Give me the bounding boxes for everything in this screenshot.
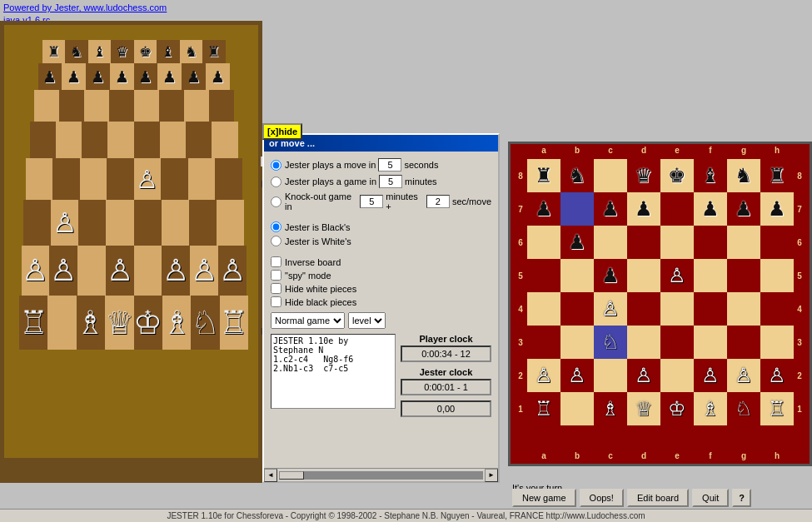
chess-cell-2-2[interactable] xyxy=(594,226,627,259)
board3d-cell-0-5[interactable]: ♝ xyxy=(157,40,180,63)
chess-cell-1-1[interactable] xyxy=(560,192,594,226)
new-game-button[interactable]: New game xyxy=(512,489,576,507)
board3d-cell-1-3[interactable]: ♟ xyxy=(110,63,134,90)
xhide-button[interactable]: [x]hide xyxy=(262,123,302,140)
chess-cell-7-5[interactable]: ♗ xyxy=(694,392,727,425)
board3d-cell-3-6[interactable] xyxy=(186,122,212,158)
scroll-thumb[interactable] xyxy=(279,471,304,480)
chess-cell-7-0[interactable]: ♖ xyxy=(527,392,560,425)
board3d-cell-2-5[interactable] xyxy=(159,90,184,122)
radio-white-input[interactable] xyxy=(271,236,281,246)
radio-black[interactable]: Jester is Black's xyxy=(271,221,491,232)
board3d-cell-1-0[interactable]: ♟ xyxy=(38,63,62,90)
scroll-track[interactable] xyxy=(279,471,483,480)
board3d-cell-3-0[interactable] xyxy=(30,122,56,158)
board3d-cell-3-2[interactable] xyxy=(82,122,107,158)
chess-cell-1-7[interactable]: ♟ xyxy=(760,192,794,226)
chess-cell-3-7[interactable] xyxy=(760,259,794,292)
powered-by-link[interactable]: Powered by Jester, www.ludochess.com xyxy=(3,2,167,12)
chess-cell-2-5[interactable] xyxy=(694,226,727,259)
board3d-cell-7-1[interactable] xyxy=(47,296,76,350)
board3d-cell-5-4[interactable] xyxy=(134,200,162,246)
board3d-cell-2-3[interactable] xyxy=(109,90,134,122)
board3d-cell-2-6[interactable] xyxy=(184,90,209,122)
chess-cell-4-3[interactable] xyxy=(627,292,660,326)
board3d-cell-4-7[interactable] xyxy=(215,158,242,200)
radio-move-input[interactable] xyxy=(271,160,281,171)
chess-cell-4-0[interactable] xyxy=(527,292,560,326)
chess-cell-1-2[interactable]: ♟ xyxy=(594,192,627,226)
board3d-cell-6-6[interactable]: ♙ xyxy=(190,246,218,296)
chess-cell-1-0[interactable]: ♟ xyxy=(527,192,560,226)
chess-cell-0-5[interactable]: ♝ xyxy=(694,159,727,192)
chess-cell-6-4[interactable] xyxy=(660,359,694,392)
game-type-select[interactable]: Normal game xyxy=(271,312,345,329)
chess-cell-5-7[interactable] xyxy=(760,326,794,359)
board3d-cell-2-1[interactable] xyxy=(59,90,84,122)
board3d-cell-3-3[interactable] xyxy=(107,122,133,158)
chess-board-3d[interactable]: ♜♞♝♛♚♝♞♜♟♟♟♟♟♟♟♟♙♙♙♙♙♙♙♙♖♗♕♔♗♘♖ xyxy=(0,21,262,483)
hide-white-row[interactable]: Hide white pieces xyxy=(271,283,491,294)
chess-cell-6-2[interactable] xyxy=(594,359,627,392)
chess-cell-3-0[interactable] xyxy=(527,259,560,292)
board3d-cell-6-0[interactable]: ♙ xyxy=(22,246,50,296)
chess-cell-7-3[interactable]: ♕ xyxy=(627,392,660,425)
help-button[interactable]: ? xyxy=(732,489,751,507)
chess-cell-6-0[interactable]: ♙ xyxy=(527,359,560,392)
chess-cell-0-2[interactable] xyxy=(594,159,627,192)
board3d-cell-0-7[interactable]: ♜ xyxy=(202,40,226,63)
board3d-cell-7-5[interactable]: ♗ xyxy=(162,296,191,350)
board3d-cell-6-7[interactable]: ♙ xyxy=(218,246,247,296)
board3d-cell-4-6[interactable] xyxy=(188,158,216,200)
move-time-input[interactable] xyxy=(378,158,401,172)
board3d-cell-4-5[interactable] xyxy=(161,158,188,200)
board3d-cell-0-4[interactable]: ♚ xyxy=(134,40,157,63)
board3d-cell-5-6[interactable] xyxy=(189,200,217,246)
chess-cell-7-7[interactable]: ♖ xyxy=(760,392,794,425)
board3d-cell-2-7[interactable] xyxy=(209,90,234,122)
board3d-cell-2-2[interactable] xyxy=(84,90,109,122)
ko-time-input[interactable] xyxy=(360,195,383,208)
chess-cell-2-7[interactable] xyxy=(760,226,794,259)
chess-cell-4-6[interactable] xyxy=(727,292,760,326)
board3d-cell-1-2[interactable]: ♟ xyxy=(86,63,110,90)
quit-button[interactable]: Quit xyxy=(692,489,729,507)
chess-cell-3-5[interactable] xyxy=(694,259,727,292)
board3d-cell-7-0[interactable]: ♖ xyxy=(19,296,47,350)
hide-black-check[interactable] xyxy=(271,296,281,307)
chess-cell-0-0[interactable]: ♜ xyxy=(527,159,560,192)
board3d-cell-7-7[interactable]: ♖ xyxy=(220,296,248,350)
chess-cell-0-7[interactable]: ♜ xyxy=(760,159,794,192)
game-log[interactable] xyxy=(271,334,396,409)
board3d-cell-7-2[interactable]: ♗ xyxy=(77,296,105,350)
chess-cell-5-0[interactable] xyxy=(527,326,560,359)
chess-cell-0-4[interactable]: ♚ xyxy=(660,159,694,192)
radio-move-in[interactable]: Jester plays a move in seconds xyxy=(271,158,491,172)
chess-cell-3-1[interactable] xyxy=(560,259,594,292)
chess-cell-7-6[interactable]: ♘ xyxy=(727,392,760,425)
board3d-cell-3-4[interactable] xyxy=(134,122,160,158)
board3d-cell-0-0[interactable]: ♜ xyxy=(42,40,66,63)
radio-game-in[interactable]: Jester plays a game in minutes xyxy=(271,175,491,188)
chess-cell-0-6[interactable]: ♞ xyxy=(727,159,760,192)
board3d-cell-6-5[interactable]: ♙ xyxy=(162,246,190,296)
board3d-cell-4-4[interactable]: ♙ xyxy=(134,158,162,200)
board3d-cell-5-2[interactable] xyxy=(78,200,106,246)
edit-board-button[interactable]: Edit board xyxy=(627,489,689,507)
chess-cell-1-3[interactable]: ♟ xyxy=(627,192,660,226)
board3d-cell-0-3[interactable]: ♛ xyxy=(111,40,134,63)
chess-cell-3-6[interactable] xyxy=(727,259,760,292)
inverse-board-check[interactable] xyxy=(271,256,281,267)
board3d-cell-1-6[interactable]: ♟ xyxy=(182,63,206,90)
hide-white-check[interactable] xyxy=(271,283,281,294)
chess-cell-3-4[interactable]: ♙ xyxy=(660,259,694,292)
chess-cell-6-1[interactable]: ♙ xyxy=(560,359,594,392)
chess-cell-4-7[interactable] xyxy=(760,292,794,326)
chess-cell-1-4[interactable] xyxy=(660,192,694,226)
board3d-cell-7-3[interactable]: ♕ xyxy=(105,296,133,350)
board3d-cell-6-2[interactable] xyxy=(77,246,106,296)
chess-cell-5-1[interactable] xyxy=(560,326,594,359)
chess-cell-0-3[interactable]: ♛ xyxy=(627,159,660,192)
board3d-cell-5-5[interactable] xyxy=(162,200,189,246)
chess-cell-1-5[interactable]: ♟ xyxy=(694,192,727,226)
